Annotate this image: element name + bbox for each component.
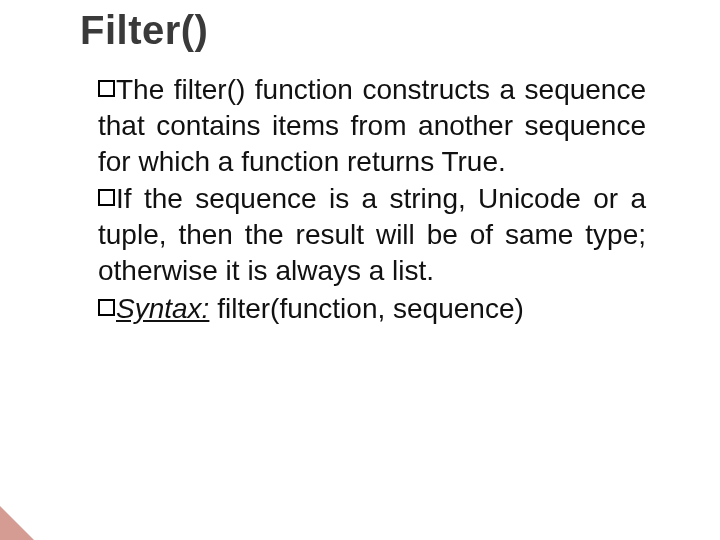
bullet-2-rest: the sequence is a string, Unicode or a t… — [98, 183, 646, 286]
bullet-syntax: Syntax: filter(function, sequence) — [98, 291, 646, 327]
slide-body: The filter() function constructs a seque… — [98, 72, 646, 329]
slide: Filter() The filter() function construct… — [0, 0, 720, 540]
bullet-1-lead: The — [116, 74, 164, 105]
checkbox-icon — [98, 80, 115, 97]
bullet-1-rest: filter() function constructs a sequence … — [98, 74, 646, 177]
corner-accent — [0, 506, 34, 540]
checkbox-icon — [98, 189, 115, 206]
slide-title: Filter() — [80, 8, 208, 53]
syntax-value: filter(function, sequence) — [217, 293, 524, 324]
bullet-2-lead: If — [116, 183, 132, 214]
bullet-1: The filter() function constructs a seque… — [98, 72, 646, 179]
bullet-2: If the sequence is a string, Unicode or … — [98, 181, 646, 288]
checkbox-icon — [98, 299, 115, 316]
syntax-label: Syntax: — [116, 293, 209, 324]
